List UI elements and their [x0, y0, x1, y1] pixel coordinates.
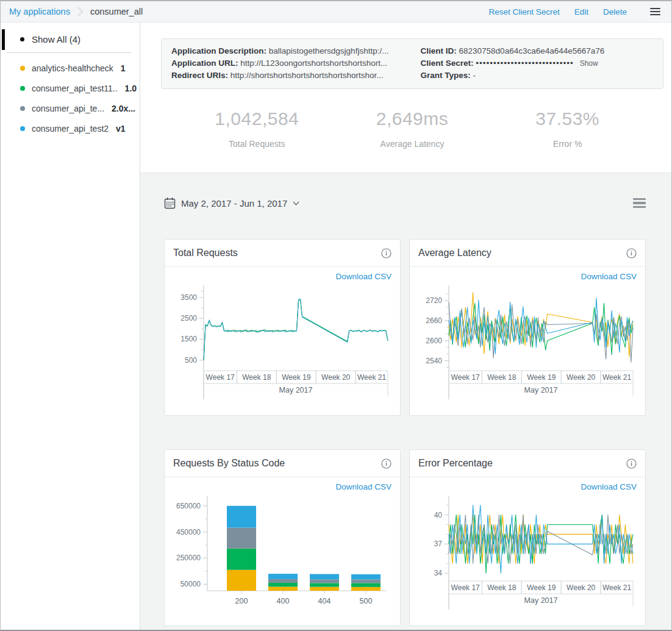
client-secret-label: Client Secret: [421, 59, 474, 68]
key-color-dot [20, 66, 25, 71]
stat-label: Total Requests [179, 139, 335, 149]
key-color-dot [20, 86, 25, 91]
svg-text:May 2017: May 2017 [524, 386, 558, 394]
svg-text:37: 37 [434, 540, 443, 548]
app-description-value: ballapistogethersdgsjghfjshttp:/... [269, 46, 389, 55]
topbar-actions: Reset Client Secret Edit Delete [488, 7, 660, 16]
stat-error-percent: 37.53% Error % [490, 109, 645, 149]
download-csv-link[interactable]: Download CSV [418, 272, 637, 281]
api-key-version: 1.0 [125, 84, 137, 93]
app-description-label: Application Description: [171, 46, 266, 55]
card-body: Download CSV 500150025003500Week 17Week … [165, 267, 400, 411]
hamburger-menu-icon[interactable] [650, 8, 660, 16]
svg-text:404: 404 [318, 597, 331, 605]
stats-row: 1,042,584 Total Requests 2,649ms Average… [161, 109, 663, 149]
api-key-label: consumer_api_te... [32, 104, 104, 113]
reset-client-secret-link[interactable]: Reset Client Secret [488, 7, 559, 16]
show-all-label: Show All (4) [32, 34, 80, 45]
chart-svg: 2540260026602720Week 17Week 18Week 19Wee… [418, 282, 637, 411]
sidebar-item-analytics-healthcheck[interactable]: analytics-healthcheck 1 [1, 58, 140, 78]
client-id-value: 68230758d0a64c3ca6e4a644e5667a76 [459, 46, 605, 55]
info-icon[interactable] [381, 248, 391, 258]
card-title: Requests By Status Code [173, 458, 285, 469]
date-row: May 2, 2017 - Jun 1, 2017 [164, 196, 646, 210]
card-header: Error Percentage [410, 450, 645, 477]
api-key-version: 2.0x... [112, 104, 135, 113]
sidebar-divider [7, 52, 131, 53]
card-average-latency: Average Latency Download CSV 25402600266… [409, 239, 646, 416]
svg-text:Week 17: Week 17 [451, 373, 480, 382]
breadcrumb-separator-icon [77, 7, 83, 16]
svg-text:50000: 50000 [181, 580, 201, 588]
sidebar-item-consumer-api-test11[interactable]: consumer_api_test11.. 1.0 [1, 78, 140, 98]
svg-text:650000: 650000 [176, 502, 201, 510]
average-latency-chart: 2540260026602720Week 17Week 18Week 19Wee… [418, 282, 637, 411]
stat-average-latency: 2,649ms Average Latency [335, 109, 490, 149]
client-secret-masked-value: •••••••••••••••••••••••••••• [476, 59, 573, 68]
svg-text:3500: 3500 [181, 293, 197, 302]
bullet-icon [20, 37, 24, 41]
stat-label: Average Latency [335, 139, 490, 149]
svg-text:2500: 2500 [181, 314, 197, 323]
svg-text:2600: 2600 [426, 337, 442, 345]
svg-text:Week 18: Week 18 [242, 373, 271, 382]
app-url-label: Application URL: [171, 59, 238, 68]
svg-text:2540: 2540 [426, 357, 442, 365]
app-info-right-column: Client ID: 68230758d0a64c3ca6e4a644e5667… [416, 45, 653, 82]
edit-link[interactable]: Edit [574, 7, 588, 16]
svg-text:Week 21: Week 21 [602, 583, 631, 592]
chart-svg: 50000250000450000650000200400404500 [173, 492, 391, 621]
svg-text:1500: 1500 [181, 335, 197, 343]
svg-text:250000: 250000 [176, 554, 201, 562]
api-key-version: v1 [116, 124, 126, 134]
grant-types-value: - [473, 71, 476, 80]
svg-text:Week 21: Week 21 [602, 373, 631, 382]
requests-by-status-code-chart: 50000250000450000650000200400404500 [173, 492, 391, 621]
grant-types-label: Grant Types: [421, 71, 471, 80]
breadcrumb-my-applications[interactable]: My applications [9, 7, 70, 16]
api-key-label: analytics-healthcheck [32, 63, 113, 73]
card-body: Download CSV 2540260026602720Week 17Week… [410, 267, 645, 411]
delete-link[interactable]: Delete [603, 7, 627, 16]
svg-text:400: 400 [277, 597, 290, 605]
svg-text:40: 40 [434, 511, 443, 519]
svg-text:2720: 2720 [426, 296, 442, 305]
download-csv-link[interactable]: Download CSV [173, 272, 391, 281]
app-info-left-column: Application Description: ballapistogethe… [171, 45, 416, 82]
card-requests-by-status-code: Requests By Status Code Download CSV 500… [164, 449, 401, 626]
calendar-icon [164, 197, 176, 209]
key-color-dot [20, 126, 25, 131]
total-requests-chart: 500150025003500Week 17Week 18Week 19Week… [173, 282, 391, 411]
svg-text:Week 19: Week 19 [282, 373, 310, 382]
key-color-dot [20, 106, 25, 111]
card-title: Total Requests [173, 248, 238, 258]
chart-svg: 500150025003500Week 17Week 18Week 19Week… [173, 282, 391, 411]
sidebar-item-consumer-api-test2[interactable]: consumer_api_test2 v1 [1, 118, 140, 138]
show-secret-link[interactable]: Show [580, 59, 598, 68]
svg-text:Week 20: Week 20 [567, 373, 595, 382]
stat-value: 37.53% [490, 109, 645, 129]
info-icon[interactable] [626, 458, 637, 469]
info-icon[interactable] [626, 248, 637, 258]
sidebar-item-show-all[interactable]: Show All (4) [1, 27, 140, 51]
svg-text:May 2017: May 2017 [279, 386, 313, 394]
svg-text:200: 200 [235, 597, 248, 605]
svg-text:Week 20: Week 20 [321, 373, 350, 382]
svg-text:2660: 2660 [426, 316, 442, 325]
info-icon[interactable] [381, 458, 391, 469]
sidebar-item-consumer-api-te[interactable]: consumer_api_te... 2.0x... [1, 98, 140, 118]
svg-text:500: 500 [185, 356, 197, 365]
svg-text:500: 500 [360, 597, 373, 605]
card-header: Average Latency [410, 240, 645, 267]
summary-section: Application Description: ballapistogethe… [140, 23, 671, 173]
download-csv-link[interactable]: Download CSV [173, 482, 391, 491]
card-header: Total Requests [165, 240, 400, 267]
api-key-label: consumer_api_test2 [32, 124, 109, 134]
topbar: My applications consumer_all Reset Clien… [1, 1, 671, 23]
download-csv-link[interactable]: Download CSV [418, 482, 637, 491]
date-range-picker[interactable]: May 2, 2017 - Jun 1, 2017 [164, 197, 299, 209]
chart-options-icon[interactable] [633, 198, 646, 209]
svg-text:Week 18: Week 18 [487, 583, 516, 592]
analytics-section: May 2, 2017 - Jun 1, 2017 Total Requests [140, 173, 671, 630]
svg-text:34: 34 [434, 569, 443, 577]
